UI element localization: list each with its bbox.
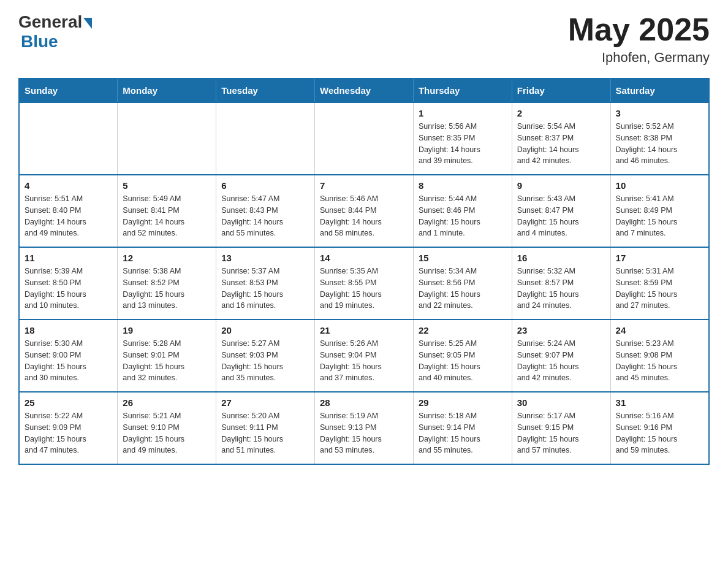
col-saturday: Saturday <box>610 79 709 102</box>
day-number: 15 <box>419 253 507 263</box>
day-info: Sunrise: 5:54 AM Sunset: 8:37 PM Dayligh… <box>517 121 605 167</box>
day-info: Sunrise: 5:39 AM Sunset: 8:50 PM Dayligh… <box>25 266 112 312</box>
calendar-cell: 29Sunrise: 5:18 AM Sunset: 9:14 PM Dayli… <box>413 392 512 464</box>
calendar-cell: 8Sunrise: 5:44 AM Sunset: 8:46 PM Daylig… <box>413 175 512 247</box>
day-number: 1 <box>419 108 507 118</box>
day-number: 28 <box>320 397 408 408</box>
day-info: Sunrise: 5:20 AM Sunset: 9:11 PM Dayligh… <box>221 410 309 456</box>
calendar-cell: 18Sunrise: 5:30 AM Sunset: 9:00 PM Dayli… <box>19 320 118 392</box>
calendar-week-5: 25Sunrise: 5:22 AM Sunset: 9:09 PM Dayli… <box>19 392 709 464</box>
calendar-table: Sunday Monday Tuesday Wednesday Thursday… <box>18 78 710 465</box>
col-tuesday: Tuesday <box>216 79 315 102</box>
day-info: Sunrise: 5:24 AM Sunset: 9:07 PM Dayligh… <box>517 338 605 384</box>
day-info: Sunrise: 5:18 AM Sunset: 9:14 PM Dayligh… <box>419 410 507 456</box>
calendar-cell <box>19 102 118 175</box>
day-info: Sunrise: 5:47 AM Sunset: 8:43 PM Dayligh… <box>221 193 309 239</box>
calendar-cell: 2Sunrise: 5:54 AM Sunset: 8:37 PM Daylig… <box>512 102 610 175</box>
calendar-cell: 9Sunrise: 5:43 AM Sunset: 8:47 PM Daylig… <box>512 175 610 247</box>
calendar-cell: 25Sunrise: 5:22 AM Sunset: 9:09 PM Dayli… <box>19 392 118 464</box>
col-sunday: Sunday <box>19 79 118 102</box>
day-info: Sunrise: 5:21 AM Sunset: 9:10 PM Dayligh… <box>123 410 211 456</box>
calendar-cell: 5Sunrise: 5:49 AM Sunset: 8:41 PM Daylig… <box>118 175 216 247</box>
day-info: Sunrise: 5:27 AM Sunset: 9:03 PM Dayligh… <box>221 338 309 384</box>
day-number: 16 <box>517 253 605 263</box>
day-number: 13 <box>221 253 309 263</box>
calendar-cell: 15Sunrise: 5:34 AM Sunset: 8:56 PM Dayli… <box>413 247 512 320</box>
col-wednesday: Wednesday <box>315 79 414 102</box>
day-info: Sunrise: 5:51 AM Sunset: 8:40 PM Dayligh… <box>25 193 112 239</box>
col-thursday: Thursday <box>413 79 512 102</box>
calendar-cell: 16Sunrise: 5:32 AM Sunset: 8:57 PM Dayli… <box>512 247 610 320</box>
day-number: 30 <box>517 397 605 408</box>
col-friday: Friday <box>512 79 610 102</box>
day-info: Sunrise: 5:23 AM Sunset: 9:08 PM Dayligh… <box>616 338 703 384</box>
day-number: 5 <box>123 180 211 191</box>
day-number: 3 <box>616 108 703 118</box>
day-number: 14 <box>320 253 408 263</box>
calendar-cell: 12Sunrise: 5:38 AM Sunset: 8:52 PM Dayli… <box>118 247 216 320</box>
logo-blue-text: Blue <box>21 32 58 52</box>
title-block: May 2025 Iphofen, Germany <box>568 12 710 66</box>
day-info: Sunrise: 5:16 AM Sunset: 9:16 PM Dayligh… <box>616 410 703 456</box>
day-info: Sunrise: 5:17 AM Sunset: 9:15 PM Dayligh… <box>517 410 605 456</box>
day-info: Sunrise: 5:32 AM Sunset: 8:57 PM Dayligh… <box>517 266 605 312</box>
calendar-cell: 20Sunrise: 5:27 AM Sunset: 9:03 PM Dayli… <box>216 320 315 392</box>
day-number: 9 <box>517 180 605 191</box>
calendar-cell: 24Sunrise: 5:23 AM Sunset: 9:08 PM Dayli… <box>610 320 709 392</box>
day-number: 21 <box>320 325 408 335</box>
day-number: 20 <box>221 325 309 335</box>
day-info: Sunrise: 5:49 AM Sunset: 8:41 PM Dayligh… <box>123 193 211 239</box>
col-monday: Monday <box>118 79 216 102</box>
day-number: 17 <box>616 253 703 263</box>
calendar-cell: 21Sunrise: 5:26 AM Sunset: 9:04 PM Dayli… <box>315 320 414 392</box>
calendar-cell: 28Sunrise: 5:19 AM Sunset: 9:13 PM Dayli… <box>315 392 414 464</box>
day-info: Sunrise: 5:35 AM Sunset: 8:55 PM Dayligh… <box>320 266 408 312</box>
day-number: 27 <box>221 397 309 408</box>
calendar-cell: 3Sunrise: 5:52 AM Sunset: 8:38 PM Daylig… <box>610 102 709 175</box>
page-header: General Blue May 2025 Iphofen, Germany <box>18 12 710 66</box>
day-info: Sunrise: 5:43 AM Sunset: 8:47 PM Dayligh… <box>517 193 605 239</box>
day-number: 23 <box>517 325 605 335</box>
day-number: 31 <box>616 397 703 408</box>
calendar-cell: 13Sunrise: 5:37 AM Sunset: 8:53 PM Dayli… <box>216 247 315 320</box>
calendar-cell: 1Sunrise: 5:56 AM Sunset: 8:35 PM Daylig… <box>413 102 512 175</box>
calendar-cell <box>315 102 414 175</box>
calendar-week-1: 1Sunrise: 5:56 AM Sunset: 8:35 PM Daylig… <box>19 102 709 175</box>
logo: General Blue <box>18 12 92 52</box>
day-info: Sunrise: 5:41 AM Sunset: 8:49 PM Dayligh… <box>616 193 703 239</box>
calendar-location: Iphofen, Germany <box>568 50 710 66</box>
day-number: 8 <box>419 180 507 191</box>
day-info: Sunrise: 5:46 AM Sunset: 8:44 PM Dayligh… <box>320 193 408 239</box>
calendar-cell: 31Sunrise: 5:16 AM Sunset: 9:16 PM Dayli… <box>610 392 709 464</box>
day-number: 18 <box>25 325 112 335</box>
day-number: 7 <box>320 180 408 191</box>
calendar-cell: 30Sunrise: 5:17 AM Sunset: 9:15 PM Dayli… <box>512 392 610 464</box>
day-info: Sunrise: 5:37 AM Sunset: 8:53 PM Dayligh… <box>221 266 309 312</box>
calendar-cell: 14Sunrise: 5:35 AM Sunset: 8:55 PM Dayli… <box>315 247 414 320</box>
day-info: Sunrise: 5:56 AM Sunset: 8:35 PM Dayligh… <box>419 121 507 167</box>
calendar-cell: 23Sunrise: 5:24 AM Sunset: 9:07 PM Dayli… <box>512 320 610 392</box>
calendar-cell: 11Sunrise: 5:39 AM Sunset: 8:50 PM Dayli… <box>19 247 118 320</box>
day-info: Sunrise: 5:34 AM Sunset: 8:56 PM Dayligh… <box>419 266 507 312</box>
day-number: 12 <box>123 253 211 263</box>
calendar-cell <box>216 102 315 175</box>
day-info: Sunrise: 5:19 AM Sunset: 9:13 PM Dayligh… <box>320 410 408 456</box>
day-info: Sunrise: 5:44 AM Sunset: 8:46 PM Dayligh… <box>419 193 507 239</box>
day-number: 6 <box>221 180 309 191</box>
calendar-header-row: Sunday Monday Tuesday Wednesday Thursday… <box>19 79 709 102</box>
day-info: Sunrise: 5:22 AM Sunset: 9:09 PM Dayligh… <box>25 410 112 456</box>
day-info: Sunrise: 5:31 AM Sunset: 8:59 PM Dayligh… <box>616 266 703 312</box>
day-number: 29 <box>419 397 507 408</box>
day-info: Sunrise: 5:30 AM Sunset: 9:00 PM Dayligh… <box>25 338 112 384</box>
day-info: Sunrise: 5:26 AM Sunset: 9:04 PM Dayligh… <box>320 338 408 384</box>
day-number: 2 <box>517 108 605 118</box>
calendar-title: May 2025 <box>568 12 710 47</box>
calendar-week-3: 11Sunrise: 5:39 AM Sunset: 8:50 PM Dayli… <box>19 247 709 320</box>
day-number: 19 <box>123 325 211 335</box>
calendar-week-4: 18Sunrise: 5:30 AM Sunset: 9:00 PM Dayli… <box>19 320 709 392</box>
calendar-cell: 22Sunrise: 5:25 AM Sunset: 9:05 PM Dayli… <box>413 320 512 392</box>
calendar-cell: 4Sunrise: 5:51 AM Sunset: 8:40 PM Daylig… <box>19 175 118 247</box>
day-number: 24 <box>616 325 703 335</box>
day-info: Sunrise: 5:52 AM Sunset: 8:38 PM Dayligh… <box>616 121 703 167</box>
calendar-cell: 6Sunrise: 5:47 AM Sunset: 8:43 PM Daylig… <box>216 175 315 247</box>
